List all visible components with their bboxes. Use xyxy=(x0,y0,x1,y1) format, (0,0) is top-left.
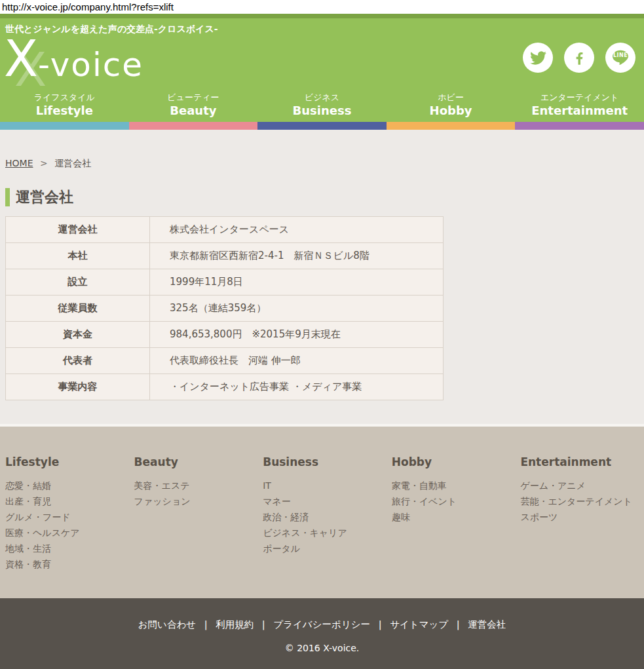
row-label: 事業内容 xyxy=(6,374,150,400)
page-title-row: 運営会社 xyxy=(5,187,644,207)
bottom-link-contact[interactable]: お問い合わせ xyxy=(138,619,196,630)
bottom-link-sitemap[interactable]: サイトマップ xyxy=(390,619,448,630)
bottom-links: お問い合わせ | 利用規約 | プライバシーポリシー | サイトマップ | 運営… xyxy=(0,598,644,631)
row-label: 運営会社 xyxy=(6,217,150,243)
row-value: 325名（連結359名） xyxy=(150,296,444,322)
breadcrumb: HOME > 運営会社 xyxy=(0,130,644,170)
breadcrumb-home-link[interactable]: HOME xyxy=(5,158,33,168)
logo-row: XX-voice LINE xyxy=(0,39,644,89)
stripe-business xyxy=(257,122,387,130)
row-value: 東京都新宿区西新宿2-4-1 新宿ＮＳビル8階 xyxy=(150,243,444,269)
row-value: 株式会社インタースペース xyxy=(150,217,444,243)
footer-column-lifestyle: Lifestyle 恋愛・結婚 出産・育児 グルメ・フード 医療・ヘルスケア 地… xyxy=(0,455,129,572)
footer-link[interactable]: IT xyxy=(263,478,387,493)
bottom-link-terms[interactable]: 利用規約 xyxy=(216,619,254,630)
footer-heading: Beauty xyxy=(134,455,258,468)
nav-label-en: Hobby xyxy=(387,104,516,118)
logo-x: X xyxy=(4,29,38,88)
footer-link[interactable]: 政治・経済 xyxy=(263,509,387,525)
footer-link[interactable]: 美容・エステ xyxy=(134,478,258,493)
nav-label-jp: エンターテイメント xyxy=(515,92,644,104)
facebook-icon xyxy=(571,50,588,66)
stripe-lifestyle xyxy=(0,122,129,130)
line-icon: LINE xyxy=(610,47,631,68)
footer-link[interactable]: 出産・育児 xyxy=(5,493,129,509)
footer-link[interactable]: マネー xyxy=(263,493,387,509)
footer-link[interactable]: 資格・教育 xyxy=(5,556,129,572)
url-bar[interactable]: http://x-voice.jp/company.html?refs=xlif… xyxy=(0,0,644,14)
line-button[interactable]: LINE xyxy=(605,43,635,73)
nav-label-en: Business xyxy=(257,104,387,118)
main-nav: ライフスタイル Lifestyle ビューティー Beauty ビジネス Bus… xyxy=(0,89,644,122)
nav-label-en: Entertainment xyxy=(515,104,644,118)
stripe-hobby xyxy=(387,122,516,130)
twitter-button[interactable] xyxy=(523,43,553,73)
nav-label-jp: ビューティー xyxy=(129,92,258,104)
footer-link[interactable]: グルメ・フード xyxy=(5,509,129,525)
footer-column-hobby: Hobby 家電・自動車 旅行・イベント 趣味 xyxy=(387,455,516,572)
nav-item-business[interactable]: ビジネス Business xyxy=(257,89,387,122)
row-label: 代表者 xyxy=(6,348,150,374)
stripe-entertainment xyxy=(515,122,644,130)
table-row: 資本金 984,653,800円 ※2015年9月末現在 xyxy=(6,322,444,348)
footer-heading: Business xyxy=(263,455,387,468)
nav-label-en: Beauty xyxy=(129,104,258,118)
category-stripes xyxy=(0,122,644,130)
footer-link[interactable]: 家電・自動車 xyxy=(392,478,516,493)
header-top-strip xyxy=(0,14,644,18)
bottom-link-privacy[interactable]: プライバシーポリシー xyxy=(273,619,370,630)
footer-heading: Entertainment xyxy=(520,455,644,468)
footer-link[interactable]: スポーツ xyxy=(520,509,644,525)
bottom-link-company[interactable]: 運営会社 xyxy=(468,619,506,630)
line-icon-label: LINE xyxy=(605,52,635,58)
table-row: 運営会社 株式会社インタースペース xyxy=(6,217,444,243)
row-label: 設立 xyxy=(6,269,150,296)
footer-heading: Hobby xyxy=(392,455,516,468)
table-row: 従業員数 325名（連結359名） xyxy=(6,296,444,322)
row-value: 984,653,800円 ※2015年9月末現在 xyxy=(150,322,444,348)
stripe-beauty xyxy=(129,122,258,130)
link-separator: | xyxy=(457,619,460,630)
footer-column-business: Business IT マネー 政治・経済 ビジネス・キャリア ポータル xyxy=(257,455,387,572)
footer-link[interactable]: 医療・ヘルスケア xyxy=(5,525,129,541)
row-value: 1999年11月8日 xyxy=(150,269,444,296)
page-title: 運営会社 xyxy=(16,187,73,207)
nav-item-hobby[interactable]: ホビー Hobby xyxy=(387,89,516,122)
facebook-button[interactable] xyxy=(564,43,594,73)
footer-link[interactable]: ゲーム・アニメ xyxy=(520,478,644,493)
table-row: 事業内容 ・インターネット広告事業 ・メディア事業 xyxy=(6,374,444,400)
nav-item-entertainment[interactable]: エンターテイメント Entertainment xyxy=(515,89,644,122)
footer-link[interactable]: ビジネス・キャリア xyxy=(263,525,387,541)
footer-link[interactable]: 芸能・エンターテイメント xyxy=(520,493,644,509)
footer-column-entertainment: Entertainment ゲーム・アニメ 芸能・エンターテイメント スポーツ xyxy=(515,455,644,572)
table-row: 本社 東京都新宿区西新宿2-4-1 新宿ＮＳビル8階 xyxy=(6,243,444,269)
nav-label-en: Lifestyle xyxy=(0,104,129,118)
nav-label-jp: ホビー xyxy=(387,92,516,104)
footer-link[interactable]: 旅行・イベント xyxy=(392,493,516,509)
table-row: 代表者 代表取締役社長 河端 伸一郎 xyxy=(6,348,444,374)
bottom-bar: お問い合わせ | 利用規約 | プライバシーポリシー | サイトマップ | 運営… xyxy=(0,598,644,669)
main-content: HOME > 運営会社 運営会社 運営会社 株式会社インタースペース 本社 東京… xyxy=(0,130,644,424)
link-separator: | xyxy=(204,619,208,630)
footer-link[interactable]: ファッション xyxy=(134,493,258,509)
link-separator: | xyxy=(379,619,382,630)
link-separator: | xyxy=(262,619,265,630)
footer-link[interactable]: 趣味 xyxy=(392,509,516,525)
row-label: 従業員数 xyxy=(6,296,150,322)
breadcrumb-separator: > xyxy=(40,158,48,168)
title-accent-bar xyxy=(5,188,10,206)
twitter-icon xyxy=(530,50,546,66)
nav-item-beauty[interactable]: ビューティー Beauty xyxy=(129,89,258,122)
footer-link[interactable]: ポータル xyxy=(263,541,387,556)
row-value: ・インターネット広告事業 ・メディア事業 xyxy=(150,374,444,400)
logo-text: -voice xyxy=(38,46,143,84)
site-logo[interactable]: XX-voice xyxy=(4,34,143,84)
social-icons: LINE xyxy=(523,43,635,73)
nav-label-jp: ビジネス xyxy=(257,92,387,104)
footer-link[interactable]: 地域・生活 xyxy=(5,541,129,556)
url-text[interactable]: http://x-voice.jp/company.html?refs=xlif… xyxy=(2,1,174,12)
company-info-table: 運営会社 株式会社インタースペース 本社 東京都新宿区西新宿2-4-1 新宿ＮＳ… xyxy=(5,216,444,400)
footer-link[interactable]: 恋愛・結婚 xyxy=(5,478,129,493)
breadcrumb-current: 運営会社 xyxy=(54,158,91,168)
row-label: 資本金 xyxy=(6,322,150,348)
